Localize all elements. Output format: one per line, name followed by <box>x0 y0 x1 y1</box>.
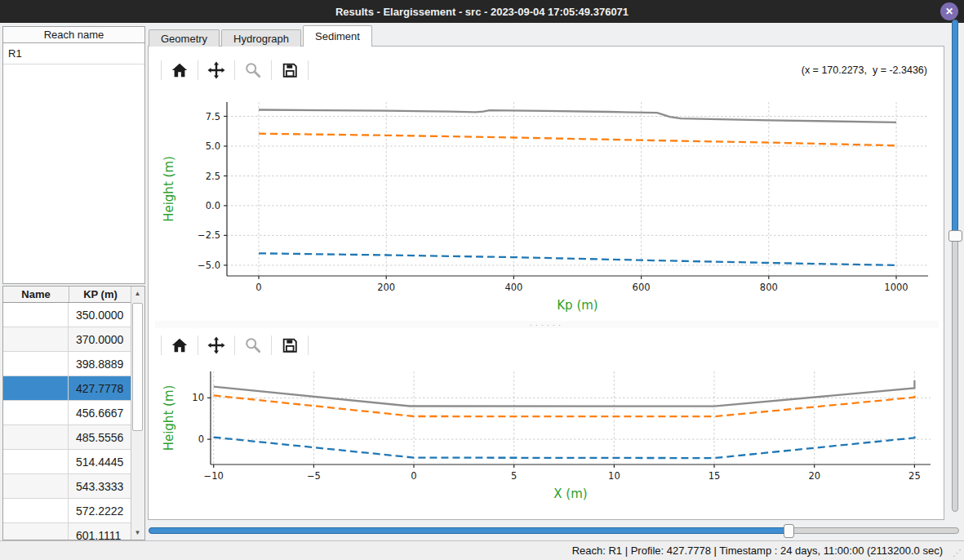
save-button[interactable] <box>278 59 302 82</box>
cell-name[interactable] <box>3 523 69 540</box>
scrollbar-thumb[interactable] <box>132 303 143 431</box>
close-button[interactable]: ✕ <box>940 2 958 20</box>
vertical-slider[interactable] <box>948 20 962 512</box>
table-row[interactable]: 456.6667 <box>3 401 131 425</box>
tab-hydrograph[interactable]: Hydrograph <box>221 29 301 47</box>
slider-fill <box>952 20 958 236</box>
scroll-down-icon[interactable]: ▼ <box>131 527 144 539</box>
tab-sediment[interactable]: Sediment <box>303 25 372 47</box>
cell-name[interactable] <box>3 327 69 351</box>
pan-button[interactable] <box>204 334 229 357</box>
slider-handle[interactable] <box>948 230 962 242</box>
cell-name[interactable] <box>3 499 69 522</box>
home-button[interactable] <box>167 334 192 357</box>
toolbar-separator <box>198 336 198 355</box>
svg-text:Height (m): Height (m) <box>162 385 176 451</box>
cell-name[interactable] <box>3 376 69 400</box>
cross-section-chart[interactable]: −10−50510152025010X (m)Height (m) <box>155 365 939 516</box>
table-row[interactable]: 572.2222 <box>3 499 131 523</box>
column-header-name[interactable]: Name <box>3 287 69 302</box>
plot-toolbar-bottom <box>155 331 939 360</box>
titlebar: Results - Elargissement - src - 2023-09-… <box>0 0 964 23</box>
timestamp-slider[interactable] <box>149 523 959 538</box>
tab-geometry[interactable]: Geometry <box>149 29 220 47</box>
cell-kp[interactable]: 370.0000 <box>69 333 131 346</box>
cell-name[interactable] <box>3 425 69 449</box>
home-icon <box>171 336 189 354</box>
resize-grip-icon[interactable]: ⋰ <box>953 548 962 558</box>
toolbar-separator <box>308 60 309 80</box>
cell-kp[interactable]: 514.4445 <box>69 456 131 469</box>
window-title: Results - Elargissement - src - 2023-09-… <box>335 6 629 18</box>
table-row[interactable]: 514.4445 <box>3 450 131 474</box>
table-row[interactable]: 427.7778 <box>3 376 131 401</box>
home-button[interactable] <box>167 59 192 82</box>
svg-text:X (m): X (m) <box>553 487 587 501</box>
svg-text:0: 0 <box>198 433 204 445</box>
home-icon <box>171 61 189 79</box>
svg-text:−10: −10 <box>204 470 224 482</box>
slider-fill <box>149 527 789 534</box>
status-bar: Reach: R1 | Profile: 427.7778 | Timestam… <box>0 540 964 560</box>
cross-section-plot: −10−50510152025010X (m)Height (m) <box>155 365 939 516</box>
svg-text:5.0: 5.0 <box>206 140 220 152</box>
table-row[interactable]: 543.3333 <box>3 474 131 499</box>
slider-handle[interactable] <box>784 524 794 538</box>
table-row[interactable]: 398.8889 <box>3 352 131 376</box>
cell-name[interactable] <box>3 401 69 424</box>
profile-table-body: 350.0000370.0000398.8889427.7778456.6667… <box>3 303 131 540</box>
table-row[interactable]: 485.5556 <box>3 425 131 450</box>
svg-text:800: 800 <box>760 282 778 293</box>
plot-toolbar-top: (x = 170.2273, y = -2.3436) <box>155 56 939 85</box>
cell-name[interactable] <box>3 352 69 376</box>
table-row[interactable]: 601.1111 <box>3 523 131 540</box>
table-row[interactable]: 370.0000 <box>3 327 131 352</box>
cell-name[interactable] <box>3 450 69 473</box>
cursor-coordinates: (x = 170.2273, y = -2.3436) <box>802 64 939 76</box>
toolbar-separator <box>234 60 235 80</box>
toolbar-separator <box>308 336 309 355</box>
cell-kp[interactable]: 485.5556 <box>69 431 131 444</box>
svg-text:10: 10 <box>608 470 620 482</box>
splitter-dots-icon: ······ <box>530 323 564 327</box>
cell-name[interactable] <box>3 474 69 498</box>
cell-kp[interactable]: 456.6667 <box>69 407 131 420</box>
svg-text:10: 10 <box>192 392 204 403</box>
cell-kp[interactable]: 572.2222 <box>69 504 131 518</box>
svg-text:1000: 1000 <box>884 282 908 293</box>
svg-text:0: 0 <box>255 282 261 293</box>
table-row[interactable]: 350.0000 <box>3 303 131 327</box>
scroll-up-icon[interactable]: ▲ <box>131 287 144 300</box>
status-text: Reach: R1 | Profile: 427.7778 | Timestam… <box>572 544 943 557</box>
svg-text:15: 15 <box>709 470 721 482</box>
cell-kp[interactable]: 601.1111 <box>69 529 131 540</box>
cell-kp[interactable]: 427.7778 <box>69 382 131 395</box>
reach-list-item-r1[interactable]: R1 <box>3 43 144 64</box>
column-header-kp[interactable]: KP (m) <box>69 287 131 302</box>
cell-kp[interactable]: 398.8889 <box>69 358 131 371</box>
svg-text:200: 200 <box>377 282 395 293</box>
save-button[interactable] <box>278 334 302 357</box>
svg-text:400: 400 <box>504 282 522 293</box>
svg-text:−5: −5 <box>307 470 321 482</box>
toolbar-separator <box>161 60 162 80</box>
svg-text:−5.0: −5.0 <box>198 260 220 271</box>
save-icon <box>281 336 299 354</box>
reach-list-header: Reach name <box>3 27 144 43</box>
kp-profile-chart[interactable]: 020040060080010007.55.02.50.0−2.5−5.0Kp … <box>155 91 939 322</box>
reach-list-panel: Reach name R1 <box>2 26 145 284</box>
profile-table-header: Name KP (m) <box>3 287 131 303</box>
zoom-button[interactable] <box>241 59 265 82</box>
profile-table-scrollbar[interactable]: ▲ ▼ <box>131 287 144 540</box>
save-icon <box>281 61 299 79</box>
cell-kp[interactable]: 543.3333 <box>69 480 131 493</box>
cell-kp[interactable]: 350.0000 <box>69 309 131 322</box>
zoom-button[interactable] <box>241 334 265 357</box>
pan-button[interactable] <box>204 59 229 82</box>
svg-text:Kp (m): Kp (m) <box>557 298 598 313</box>
toolbar-separator <box>198 60 198 80</box>
svg-text:600: 600 <box>633 282 651 293</box>
cell-name[interactable] <box>3 303 69 327</box>
pane-splitter-handle[interactable]: ······ <box>155 321 939 328</box>
svg-text:0: 0 <box>411 470 416 482</box>
